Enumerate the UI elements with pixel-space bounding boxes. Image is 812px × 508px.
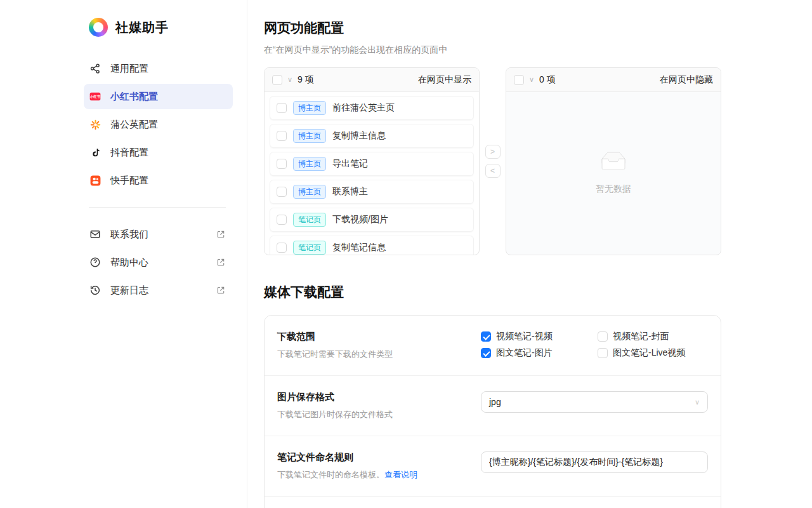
transfer-item[interactable]: 笔记页 复制笔记信息 [270, 236, 474, 255]
image-format-row: 图片保存格式 下载笔记图片时保存的文件格式 jpg [265, 375, 721, 436]
checkbox-image-note-live-video[interactable]: 图文笔记-Live视频 [598, 347, 708, 359]
transfer-source-header: 9 项 在网页中显示 [265, 68, 479, 92]
row-sublabel: 下载笔记图片时保存的文件格式 [277, 409, 468, 420]
row-label: 图片保存格式 [277, 391, 468, 403]
transfer-source-title: 在网页中显示 [418, 74, 471, 86]
kuaishou-icon [89, 174, 102, 187]
item-checkbox[interactable] [277, 215, 287, 225]
item-checkbox[interactable] [277, 131, 287, 141]
media-download-card: 下载范围 下载笔记时需要下载的文件类型 视频笔记-视频 视频笔记-封面 [264, 315, 721, 508]
sidebar-item-pugongying-config[interactable]: 蒲公英配置 [84, 112, 233, 137]
transfer-item[interactable]: 笔记页 下载视频/图片 [270, 208, 474, 232]
transfer-item-label: 下载视频/图片 [332, 214, 388, 225]
row-label: 下载范围 [277, 331, 468, 343]
transfer-item[interactable]: 博主页 联系博主 [270, 180, 474, 204]
chevron-down-icon[interactable] [529, 76, 534, 83]
sidebar-item-label: 快手配置 [110, 175, 148, 187]
dandelion-icon [89, 118, 102, 131]
external-link-icon [216, 286, 225, 295]
sidebar-footer-menu: 联系我们 帮助中心 更新日志 [84, 222, 247, 303]
page-type-tag: 博主页 [293, 129, 326, 143]
transfer-item-label: 复制笔记信息 [332, 242, 386, 253]
move-left-button[interactable]: < [485, 164, 501, 178]
transfer-item-label: 前往蒲公英主页 [332, 102, 395, 114]
external-link-icon [216, 230, 225, 239]
transfer-source-panel: 9 项 在网页中显示 博主页 前往蒲公英主页 博主页 复制博主信息 [264, 67, 480, 255]
main-content: 网页功能配置 在“在网页中显示”的功能会出现在相应的页面中 9 项 在网页中显示… [247, 0, 812, 508]
item-checkbox[interactable] [277, 103, 287, 113]
transfer-source-count: 9 项 [298, 74, 314, 86]
image-format-select[interactable]: jpg [481, 391, 708, 413]
select-all-checkbox[interactable] [514, 75, 524, 85]
app-logo: 社媒助手 [89, 18, 247, 37]
row-sublabel: 下载笔记文件时的命名模板。 [277, 470, 384, 479]
move-right-button[interactable]: > [485, 145, 501, 159]
empty-text: 暂无数据 [596, 184, 631, 195]
item-checkbox[interactable] [277, 159, 287, 169]
item-checkbox[interactable] [277, 243, 287, 253]
transfer-item[interactable]: 博主页 复制博主信息 [270, 124, 474, 148]
page-title: 网页功能配置 [264, 19, 721, 37]
transfer-target-count: 0 项 [539, 74, 556, 86]
download-scope-options: 视频笔记-视频 视频笔记-封面 图文笔记-图片 图文笔记-Live视频 [481, 331, 708, 359]
page-type-tag: 博主页 [293, 157, 326, 171]
transfer-item-label: 联系博主 [332, 186, 368, 197]
sidebar-item-label: 通用配置 [110, 63, 148, 75]
checkbox-image-note-image[interactable]: 图文笔记-图片 [481, 347, 598, 359]
douyin-icon [89, 146, 102, 159]
sidebar-divider [89, 207, 226, 208]
chevron-down-icon [695, 398, 700, 406]
time-format-row: 时间格式 [265, 496, 721, 508]
item-checkbox[interactable] [277, 187, 287, 197]
transfer-target-header: 0 项 在网页中隐藏 [506, 68, 721, 92]
row-label: 笔记文件命名规则 [277, 451, 468, 464]
sidebar-item-changelog[interactable]: 更新日志 [84, 277, 233, 303]
row-sublabel: 下载笔记时需要下载的文件类型 [277, 349, 468, 360]
sidebar-item-label: 更新日志 [110, 284, 148, 297]
page-type-tag: 笔记页 [293, 241, 326, 255]
history-icon [89, 284, 102, 297]
checkbox-icon[interactable] [598, 331, 608, 342]
empty-inbox-icon [598, 152, 629, 176]
sidebar-item-xiaohongshu-config[interactable]: 小红书 小红书配置 [84, 84, 233, 109]
select-all-checkbox[interactable] [272, 75, 282, 85]
sidebar-item-contact-us[interactable]: 联系我们 [84, 222, 233, 247]
xiaohongshu-icon: 小红书 [89, 90, 102, 103]
app-title: 社媒助手 [115, 19, 169, 36]
app-logo-icon [89, 18, 108, 37]
transfer-ops: > < [480, 67, 506, 255]
transfer-target-empty: 暂无数据 [506, 92, 721, 255]
transfer: 9 项 在网页中显示 博主页 前往蒲公英主页 博主页 复制博主信息 [264, 67, 721, 255]
download-scope-row: 下载范围 下载笔记时需要下载的文件类型 视频笔记-视频 视频笔记-封面 [265, 316, 721, 375]
file-naming-row: 笔记文件命名规则 下载笔记文件时的命名模板。查看说明 [265, 436, 721, 496]
media-download-title: 媒体下载配置 [264, 283, 721, 301]
checkbox-icon[interactable] [481, 331, 491, 342]
transfer-target-title: 在网页中隐藏 [660, 74, 713, 86]
sidebar-item-general-config[interactable]: 通用配置 [84, 56, 233, 81]
checkbox-video-note-video[interactable]: 视频笔记-视频 [481, 331, 598, 342]
sidebar-item-label: 蒲公英配置 [110, 119, 158, 131]
help-icon [89, 256, 102, 269]
mail-icon [89, 228, 102, 241]
transfer-target-panel: 0 项 在网页中隐藏 暂无数据 [506, 67, 721, 255]
page-subtitle: 在“在网页中显示”的功能会出现在相应的页面中 [264, 44, 721, 56]
transfer-item[interactable]: 博主页 前往蒲公英主页 [270, 96, 474, 120]
chevron-down-icon[interactable] [287, 76, 292, 83]
checkbox-video-note-cover[interactable]: 视频笔记-封面 [598, 331, 708, 342]
sidebar-item-help-center[interactable]: 帮助中心 [84, 250, 233, 275]
checkbox-icon[interactable] [598, 348, 608, 358]
sidebar-item-kuaishou-config[interactable]: 快手配置 [84, 168, 233, 193]
view-docs-link[interactable]: 查看说明 [384, 470, 417, 479]
page-type-tag: 博主页 [293, 185, 326, 199]
file-naming-input[interactable] [481, 451, 708, 473]
sidebar-menu: 通用配置 小红书 小红书配置 蒲公英配置 抖音配置 [84, 56, 247, 193]
page-type-tag: 笔记页 [293, 213, 326, 227]
checkbox-icon[interactable] [481, 348, 491, 358]
share-nodes-icon [89, 62, 102, 75]
transfer-item[interactable]: 博主页 导出笔记 [270, 152, 474, 176]
sidebar-item-label: 小红书配置 [110, 91, 158, 103]
sidebar-item-douyin-config[interactable]: 抖音配置 [84, 140, 233, 165]
external-link-icon [216, 258, 225, 267]
transfer-item-label: 导出笔记 [332, 158, 368, 170]
svg-text:小红书: 小红书 [89, 95, 101, 99]
